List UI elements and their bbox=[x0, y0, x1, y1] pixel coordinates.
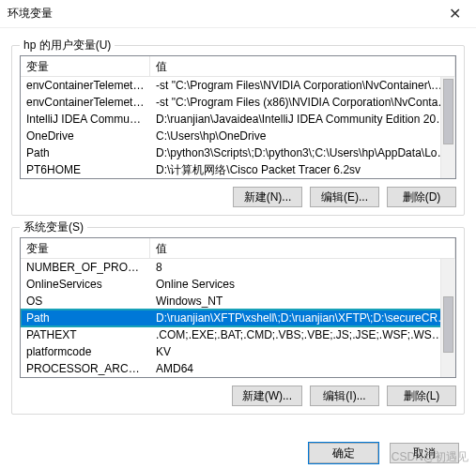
variable-name: PROCESSOR_ARCHITECTURE bbox=[21, 360, 150, 377]
delete-button[interactable]: 删除(D) bbox=[387, 187, 456, 207]
variable-name: OneDrive bbox=[21, 128, 150, 144]
scrollbar[interactable] bbox=[440, 259, 455, 377]
table-row[interactable]: PATHEXT.COM;.EXE;.BAT;.CMD;.VBS;.VBE;.JS… bbox=[21, 326, 455, 343]
user-variables-table[interactable]: 变量 值 envContainerTelemetryApi...-st "C:\… bbox=[20, 55, 456, 179]
variable-name: PATHEXT bbox=[21, 326, 150, 343]
system-button-row: 新建(W)... 编辑(I)... 删除(L) bbox=[20, 386, 456, 406]
table-row[interactable]: PathD:\ruanjian\XFTP\xshell\;D:\ruanjian… bbox=[21, 310, 455, 326]
edit-button[interactable]: 编辑(I)... bbox=[310, 386, 379, 406]
variable-value: AMD64 bbox=[150, 360, 455, 377]
col-value-header[interactable]: 值 bbox=[150, 238, 455, 258]
variable-name: IntelliJ IDEA Community Ed... bbox=[21, 111, 150, 128]
system-variables-table[interactable]: 变量 值 NUMBER_OF_PROCESSORS8OnlineServices… bbox=[20, 237, 456, 378]
variable-name: NUMBER_OF_PROCESSORS bbox=[21, 259, 150, 276]
user-button-row: 新建(N)... 编辑(E)... 删除(D) bbox=[20, 187, 456, 207]
user-variables-group: hp 的用户变量(U) 变量 值 envContainerTelemetryAp… bbox=[11, 45, 465, 216]
variable-name: PT6HOME bbox=[21, 161, 150, 178]
new-button[interactable]: 新建(N)... bbox=[233, 187, 302, 207]
close-icon[interactable]: ✕ bbox=[441, 1, 468, 26]
table-row[interactable]: PROCESSOR_ARCHITECTUREAMD64 bbox=[21, 360, 455, 377]
variable-value: D:\python3\Scripts\;D:\python3\;C:\Users… bbox=[150, 144, 455, 161]
col-value-header[interactable]: 值 bbox=[150, 56, 455, 76]
variable-name: OnlineServices bbox=[21, 276, 150, 293]
table-header: 变量 值 bbox=[21, 238, 455, 259]
system-group-label: 系统变量(S) bbox=[20, 219, 87, 235]
variable-value: 8 bbox=[150, 259, 455, 276]
new-button[interactable]: 新建(W)... bbox=[232, 386, 302, 406]
table-header: 变量 值 bbox=[21, 56, 455, 77]
col-name-header[interactable]: 变量 bbox=[21, 238, 150, 258]
variable-value: .COM;.EXE;.BAT;.CMD;.VBS;.VBE;.JS;.JSE;.… bbox=[150, 326, 455, 343]
variable-value: Online Services bbox=[150, 276, 455, 293]
user-group-label: hp 的用户变量(U) bbox=[20, 38, 115, 53]
variable-value: Windows_NT bbox=[150, 293, 455, 310]
titlebar: 环境变量 ✕ bbox=[0, 0, 476, 28]
variable-name: platformcode bbox=[21, 343, 150, 360]
table-row[interactable]: OneDriveC:\Users\hp\OneDrive bbox=[21, 128, 455, 144]
variable-value: -st "C:\Program Files (x86)\NVIDIA Corpo… bbox=[150, 94, 455, 111]
variable-value: D:\计算机网络\Cisco Packet Tracer 6.2sv bbox=[150, 161, 455, 178]
table-row[interactable]: OnlineServicesOnline Services bbox=[21, 276, 455, 293]
col-name-header[interactable]: 变量 bbox=[21, 56, 150, 76]
table-row[interactable]: PT6HOMED:\计算机网络\Cisco Packet Tracer 6.2s… bbox=[21, 161, 455, 178]
variable-name: OS bbox=[21, 293, 150, 310]
table-row[interactable]: OSWindows_NT bbox=[21, 293, 455, 310]
variable-value: D:\ruanjian\Javaidea\IntelliJ IDEA Commu… bbox=[150, 111, 455, 128]
window-title: 环境变量 bbox=[8, 6, 441, 22]
dialog-body: hp 的用户变量(U) 变量 值 envContainerTelemetryAp… bbox=[0, 28, 476, 430]
system-variables-group: 系统变量(S) 变量 值 NUMBER_OF_PROCESSORS8Online… bbox=[11, 227, 465, 415]
variable-value: C:\Users\hp\OneDrive bbox=[150, 128, 455, 144]
edit-button[interactable]: 编辑(E)... bbox=[310, 187, 379, 207]
variable-name: Path bbox=[21, 310, 150, 326]
ok-button[interactable]: 确定 bbox=[309, 443, 378, 463]
table-row[interactable]: NUMBER_OF_PROCESSORS8 bbox=[21, 259, 455, 276]
variable-value: KV bbox=[150, 343, 455, 360]
table-row[interactable]: platformcodeKV bbox=[21, 343, 455, 360]
variable-value: -st "C:\Program Files\NVIDIA Corporation… bbox=[150, 77, 455, 94]
table-row[interactable]: envContainerTelemetryApi...-st "C:\Progr… bbox=[21, 94, 455, 111]
table-row[interactable]: PathD:\python3\Scripts\;D:\python3\;C:\U… bbox=[21, 144, 455, 161]
table-row[interactable]: envContainerTelemetryApi...-st "C:\Progr… bbox=[21, 77, 455, 94]
watermark: CSDN@初遇见 bbox=[392, 449, 468, 465]
variable-value: D:\ruanjian\XFTP\xshell\;D:\ruanjian\XFT… bbox=[150, 310, 455, 326]
variable-name: Path bbox=[21, 144, 150, 161]
scrollbar[interactable] bbox=[440, 77, 455, 178]
variable-name: envContainerTelemetryApi... bbox=[21, 94, 150, 111]
variable-name: envContainerTelemetryApi... bbox=[21, 77, 150, 94]
table-row[interactable]: IntelliJ IDEA Community Ed...D:\ruanjian… bbox=[21, 111, 455, 128]
delete-button[interactable]: 删除(L) bbox=[387, 386, 456, 406]
